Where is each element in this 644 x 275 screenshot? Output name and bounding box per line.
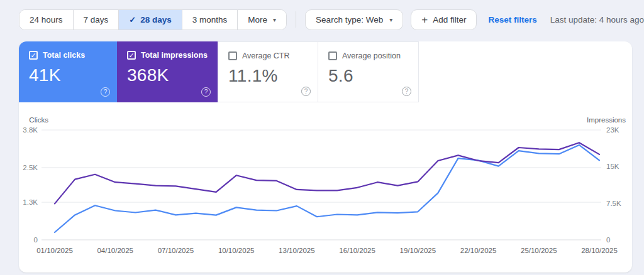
metric-card-total-impressions[interactable]: ✓ Total impressions 368K ?	[117, 41, 218, 102]
metric-value: 5.6	[328, 66, 408, 86]
right-axis-tick-label: 15K	[606, 163, 619, 170]
checkbox-total-impressions[interactable]: ✓	[127, 51, 136, 60]
date-range-7-days[interactable]: ✓ 7 days	[74, 10, 119, 30]
add-filter-label: Add filter	[433, 15, 466, 24]
metric-card-total-clicks[interactable]: ✓ Total clicks 41K ?	[19, 41, 117, 102]
date-range-label: 24 hours	[30, 15, 63, 24]
date-label: 28/10/2025	[581, 247, 618, 254]
help-icon[interactable]: ?	[301, 87, 311, 96]
date-label: 13/10/2025	[279, 247, 315, 254]
date-range-label: More	[248, 15, 267, 24]
metric-card-average-ctr[interactable]: ✓ Average CTR 11.1% ?	[218, 41, 318, 102]
last-update-text: Last update: 4 hours ago	[550, 15, 644, 24]
right-axis-tick-label: 7.5K	[606, 200, 621, 207]
checkbox-total-clicks[interactable]: ✓	[29, 51, 38, 60]
checkmark-icon: ✓	[30, 52, 36, 59]
left-axis-tick-label: 3.8K	[23, 126, 38, 134]
date-range-more-menu[interactable]: More ▾	[238, 10, 286, 30]
clicks-line	[55, 145, 599, 232]
date-label: 25/10/2025	[521, 247, 557, 254]
date-label: 01/10/2025	[36, 247, 73, 254]
metric-value: 368K	[127, 65, 208, 85]
help-icon[interactable]: ?	[101, 87, 110, 97]
performance-panel: ✓ Total clicks 41K ? ✓ Total impressions…	[19, 41, 632, 272]
right-axis-title: Impressions	[587, 116, 626, 124]
metric-card-average-position[interactable]: ✓ Average position 5.6 ?	[318, 41, 419, 102]
checkbox-average-position[interactable]: ✓	[328, 51, 337, 60]
left-axis-tick-label: 2.5K	[23, 164, 38, 171]
date-label: 04/10/2025	[97, 247, 133, 254]
right-axis-tick-label: 23K	[606, 126, 619, 134]
help-icon[interactable]: ?	[201, 87, 211, 97]
date-label: 22/10/2025	[460, 247, 497, 254]
caret-down-icon: ▾	[273, 16, 276, 23]
metric-label: Average CTR	[242, 51, 290, 60]
date-range-label: 28 days	[140, 15, 172, 24]
reset-filters-link[interactable]: Reset filters	[488, 15, 536, 24]
checkmark-icon: ✓	[128, 52, 134, 59]
metric-value: 41K	[29, 65, 107, 85]
right-axis-tick-label: 0	[606, 236, 610, 244]
date-label: 07/10/2025	[158, 247, 194, 254]
date-range-28-days[interactable]: ✓ 28 days	[119, 10, 182, 30]
checkbox-average-ctr[interactable]: ✓	[228, 51, 237, 60]
filter-toolbar: ✓ 24 hours ✓ 7 days ✓ 28 days ✓ 3 months…	[0, 0, 644, 39]
left-axis-tick-label: 0	[34, 236, 38, 244]
add-filter-button[interactable]: + Add filter	[411, 9, 477, 30]
toolbar-divider	[296, 11, 296, 28]
search-type-dropdown[interactable]: Search type: Web ▾	[305, 9, 403, 30]
date-range-24-hours[interactable]: ✓ 24 hours	[19, 10, 74, 30]
metric-label: Total clicks	[43, 51, 85, 60]
date-range-selector: ✓ 24 hours ✓ 7 days ✓ 28 days ✓ 3 months…	[19, 9, 287, 30]
date-label: 19/10/2025	[400, 247, 436, 254]
metric-value: 11.1%	[228, 66, 308, 86]
performance-chart[interactable]: 01.3K2.5K3.8K07.5K15K23KClicksImpression…	[19, 116, 632, 272]
date-range-label: 7 days	[84, 15, 109, 24]
date-label: 10/10/2025	[218, 247, 255, 254]
checkmark-icon: ✓	[129, 15, 136, 24]
metric-label: Average position	[342, 51, 401, 60]
search-type-label: Search type: Web	[316, 15, 383, 24]
date-range-label: 3 months	[192, 15, 228, 24]
date-label: 16/10/2025	[339, 247, 375, 254]
left-axis-tick-label: 1.3K	[23, 198, 38, 206]
left-axis-title: Clicks	[29, 116, 48, 124]
help-icon[interactable]: ?	[402, 87, 411, 96]
caret-down-icon: ▾	[389, 16, 392, 23]
date-range-3-months[interactable]: ✓ 3 months	[182, 10, 238, 30]
metric-label: Total impressions	[141, 51, 208, 60]
clicks-impressions-line-chart[interactable]: 01.3K2.5K3.8K07.5K15K23KClicksImpression…	[19, 116, 632, 272]
plus-icon: +	[421, 14, 428, 25]
